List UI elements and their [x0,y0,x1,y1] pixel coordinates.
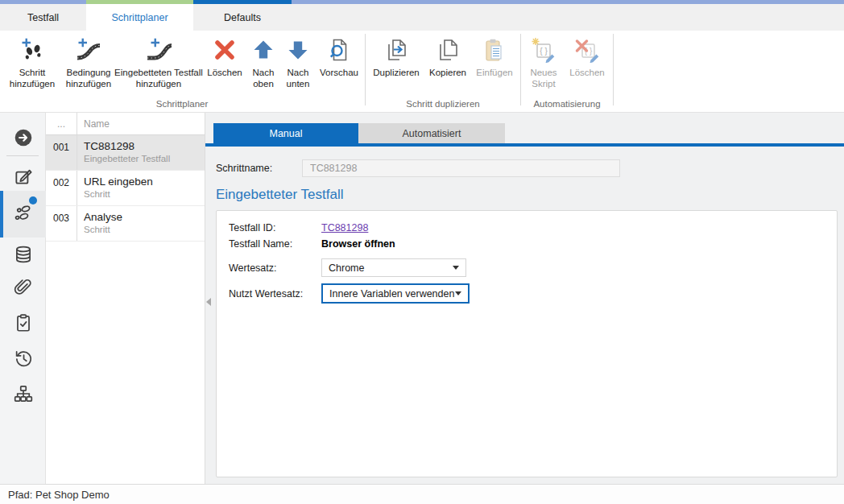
testfall-name-label: Testfall Name: [229,238,321,250]
copy-button[interactable]: Kopieren [424,34,471,79]
preview-icon [326,37,352,66]
ribbon-group-automatisierung: { } Neues Skript { } Löschen A [523,31,610,112]
nutzt-wertesatz-row: Nutzt Wertesatz: Innere Variablen verwen… [229,283,837,304]
new-script-button[interactable]: { } Neues Skript [523,34,564,89]
delete-script-label: Löschen [569,68,604,79]
nutzt-wertesatz-value: Innere Variablen verwenden [329,288,455,300]
hierarchy-icon[interactable] [13,383,34,404]
step-row-003[interactable]: 003 Analyse Schritt [46,206,205,242]
step-title: URL eingeben [84,176,205,188]
steps-list: ... Name 001 TC881298 Eingebetteter Test… [46,113,205,484]
tab-schrittplaner[interactable]: Schrittplaner [86,4,193,31]
add-step-icon [19,37,45,66]
testfall-id-label: Testfall ID: [229,222,321,233]
duplicate-button[interactable]: Duplizieren [368,34,424,79]
ribbon-group-label-schrittplaner: Schrittplaner [2,99,362,112]
preview-button[interactable]: Vorschau [316,34,362,79]
detail-tabs-underline [205,143,844,147]
move-up-button[interactable]: Nach oben [246,34,280,89]
ribbon-separator [520,34,521,105]
copy-label: Kopieren [429,68,466,79]
add-embedded-testcase-button[interactable]: Eingebetteten Testfall hinzufügen [114,34,203,89]
notification-dot [29,196,37,204]
paste-label: Einfügen [476,68,512,79]
delete-script-icon: { } [574,37,600,66]
history-icon[interactable] [13,348,34,369]
paste-icon [482,37,507,66]
svg-text:{ }: { } [540,47,548,56]
duplicate-label: Duplizieren [373,68,420,79]
move-up-label: Nach oben [246,68,280,89]
accent-rest [292,0,844,4]
embedded-testcase-groupbox: Testfall ID: TC881298 Testfall Name: Bro… [216,210,838,477]
move-down-label: Nach unten [280,68,316,89]
ribbon-separator [365,34,366,105]
testfall-id-row: Testfall ID: TC881298 [229,222,837,233]
delete-script-button[interactable]: { } Löschen [564,34,610,79]
steps-icon[interactable] [13,202,34,223]
schrittname-input[interactable] [302,159,620,177]
steps-list-header: ... Name [46,113,205,135]
tab-manual[interactable]: Manual [213,123,358,143]
duplicate-icon [383,37,409,66]
sidebar-active-bar [0,191,3,238]
statusbar-path: Pfad: Pet Shop Demo [8,489,110,501]
delete-step-button[interactable]: Löschen [203,34,246,79]
dropdown-caret-icon [453,266,459,270]
nutzt-wertesatz-dropdown[interactable]: Innere Variablen verwenden [321,283,470,304]
detail-tabs: Manual Automatisiert [213,123,844,143]
sidebar-divider [6,155,39,156]
tab-defaults[interactable]: Defaults [193,4,292,31]
step-subtitle: Schritt [84,189,205,199]
sidebar [0,113,46,484]
add-condition-button[interactable]: Bedingung hinzufügen [63,34,114,89]
delete-step-label: Löschen [207,68,242,79]
move-down-button[interactable]: Nach unten [280,34,316,89]
navigate-icon[interactable] [13,127,34,148]
database-icon[interactable] [13,244,34,265]
ribbon-group-schrittplaner: Schritt hinzufügen Bedingung hinzufügen [2,31,362,112]
tab-testfall[interactable]: Testfall [0,4,86,31]
add-step-button[interactable]: Schritt hinzufügen [2,34,63,89]
application-window: Testfall Schrittplaner Defaults [0,0,844,504]
step-row-002[interactable]: 002 URL eingeben Schritt [46,171,205,206]
step-number: 002 [46,171,77,205]
steps-list-header-num: ... [46,113,77,134]
workspace: ... Name 001 TC881298 Eingebetteter Test… [0,113,844,484]
move-up-icon [250,37,276,66]
step-number: 001 [46,135,77,170]
nutzt-wertesatz-label: Nutzt Wertesatz: [229,288,321,300]
splitter-collapse-icon[interactable] [206,298,211,306]
statusbar: Pfad: Pet Shop Demo [0,484,844,504]
ribbon-separator [613,34,614,105]
add-embedded-testcase-icon [146,37,172,66]
edit-icon[interactable] [13,166,34,187]
step-subtitle: Schritt [84,225,205,234]
step-row-001[interactable]: 001 TC881298 Eingebetteter Testfall [46,135,205,171]
paste-button[interactable]: Einfügen [471,34,518,79]
new-script-label: Neues Skript [523,68,564,89]
tab-automatisiert[interactable]: Automatisiert [358,123,505,143]
ribbon-tabbar: Testfall Schrittplaner Defaults [0,4,844,31]
step-number: 003 [46,206,77,241]
testfall-name-row: Testfall Name: Browser öffnen [229,238,837,250]
testfall-name-value: Browser öffnen [321,238,395,250]
copy-icon [435,37,461,66]
step-title: Analyse [84,211,205,223]
preview-label: Vorschau [320,68,358,79]
ribbon-group-label-automatisierung: Automatisierung [523,99,610,112]
wertesatz-row: Wertesatz: Chrome [229,258,837,277]
add-condition-label: Bedingung hinzufügen [63,68,114,89]
testfall-id-link[interactable]: TC881298 [321,222,368,233]
detail-panel: Manual Automatisiert Schrittname: Eingeb… [205,113,844,484]
add-embedded-testcase-label: Eingebetteten Testfall hinzufügen [114,68,203,89]
wertesatz-value: Chrome [329,262,453,274]
add-step-label: Schritt hinzufügen [2,68,63,89]
checklist-icon[interactable] [13,312,34,333]
move-down-icon [285,37,311,66]
attachment-icon[interactable] [13,277,34,298]
delete-icon [212,37,238,66]
wertesatz-label: Wertesatz: [229,262,321,274]
step-title: TC881298 [84,140,205,152]
wertesatz-dropdown[interactable]: Chrome [321,258,466,277]
